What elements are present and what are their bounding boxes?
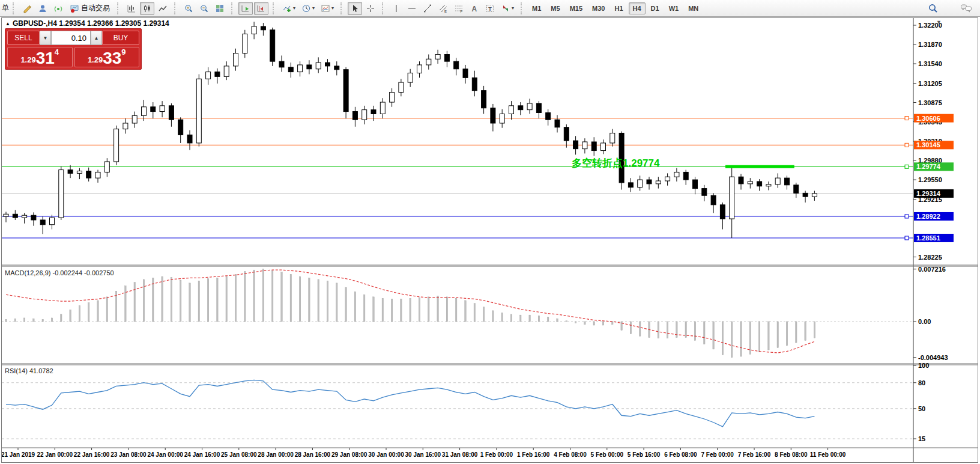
chart-annotation-text: 多空转折点1.29774 xyxy=(572,156,659,170)
period-H1[interactable]: H1 xyxy=(610,2,627,14)
indicators-icon xyxy=(282,4,292,13)
axes[interactable] xyxy=(2,18,978,462)
volume-down-button[interactable]: ▼ xyxy=(40,31,51,45)
equidistant-channel-icon[interactable]: E xyxy=(436,2,450,15)
toolbar-separator xyxy=(340,2,344,14)
svg-text:23 Jan 08:00: 23 Jan 08:00 xyxy=(110,451,147,458)
sell-price[interactable]: 1.29314 xyxy=(7,47,73,67)
sell-price-big: 31 xyxy=(36,50,55,66)
svg-text:1.28922: 1.28922 xyxy=(916,213,940,220)
period-M1[interactable]: M1 xyxy=(528,2,545,14)
svg-text:F: F xyxy=(461,10,463,13)
svg-text:1.31205: 1.31205 xyxy=(918,80,942,87)
period-M30[interactable]: M30 xyxy=(588,2,609,14)
svg-text:A: A xyxy=(472,4,477,13)
autotrading-label: 自动交易 xyxy=(81,3,110,13)
svg-text:E: E xyxy=(444,10,447,13)
auto-scroll-icon[interactable] xyxy=(238,2,253,15)
period-M15[interactable]: M15 xyxy=(566,2,587,14)
horizontal-line-icon[interactable] xyxy=(405,2,419,15)
volume-input[interactable]: 0.10 xyxy=(51,31,91,45)
arrows-icon xyxy=(501,4,510,13)
sell-button[interactable]: SELL xyxy=(7,31,40,45)
buy-price[interactable]: 1.29339 xyxy=(74,47,140,67)
chart-canvas[interactable]: 1.322001.318701.315401.312051.308751.305… xyxy=(2,18,978,462)
chevron-down-icon: ▾ xyxy=(512,5,514,11)
search-icon[interactable] xyxy=(926,2,940,15)
period-H4[interactable]: H4 xyxy=(629,2,646,14)
tile-windows-icon[interactable] xyxy=(213,2,227,15)
templates-button[interactable]: ▾ xyxy=(318,2,336,15)
new-order-button[interactable]: 单 xyxy=(2,3,9,13)
period-D1[interactable]: D1 xyxy=(647,2,664,14)
time-axis-labels[interactable]: 21 Jan 201922 Jan 00:0022 Jan 16:0023 Ja… xyxy=(2,448,846,458)
zoom-out-icon[interactable] xyxy=(197,2,211,15)
chart-shift-icon[interactable] xyxy=(254,2,268,15)
symbol-ohlc-line: ▲GBPUSD-,H4 1.29354 1.29366 1.29305 1.29… xyxy=(5,19,169,28)
text-label-icon[interactable]: T xyxy=(483,2,497,15)
svg-text:22 Jan 00:00: 22 Jan 00:00 xyxy=(37,451,73,458)
buy-price-big: 33 xyxy=(103,50,121,66)
autotrading-button[interactable]: 自动交易 xyxy=(67,2,113,15)
bar-chart-icon[interactable] xyxy=(124,2,139,15)
autotrading-icon xyxy=(70,4,79,13)
svg-text:24 Jan 16:00: 24 Jan 16:00 xyxy=(184,451,220,458)
chevron-down-icon: ▾ xyxy=(293,5,295,11)
trendline-icon[interactable] xyxy=(420,2,435,15)
macd-pane[interactable] xyxy=(2,269,913,358)
svg-text:1.29550: 1.29550 xyxy=(918,176,942,183)
svg-text:100: 100 xyxy=(918,362,929,369)
period-MN[interactable]: MN xyxy=(684,2,703,14)
svg-text:50: 50 xyxy=(918,405,925,412)
indicators-button[interactable]: ▾ xyxy=(280,2,298,15)
svg-text:1 Feb 16:00: 1 Feb 16:00 xyxy=(517,451,550,458)
signal-icon[interactable] xyxy=(51,2,65,15)
svg-text:15: 15 xyxy=(918,435,925,442)
crosshair-icon[interactable] xyxy=(363,2,378,15)
chart-window[interactable]: 1.322001.318701.315401.312051.308751.305… xyxy=(1,17,978,463)
svg-text:30 Jan 16:00: 30 Jan 16:00 xyxy=(405,451,441,458)
rsi-pane[interactable] xyxy=(2,380,913,439)
one-click-trading-panel: SELL ▼ 0.10 ▲ BUY 1.29314 1.29339 xyxy=(5,28,142,70)
svg-text:1.31540: 1.31540 xyxy=(918,60,942,67)
sell-price-small: 1.29 xyxy=(20,55,35,64)
text-icon[interactable]: A xyxy=(467,2,482,15)
symbol-ohlc-text: GBPUSD-,H4 1.29354 1.29366 1.29305 1.293… xyxy=(13,19,169,28)
fibonacci-icon[interactable]: F xyxy=(452,2,466,15)
cursor-icon[interactable] xyxy=(348,2,362,15)
zoom-in-icon[interactable] xyxy=(181,2,196,15)
vertical-line-icon[interactable] xyxy=(389,2,404,15)
arrows-button[interactable]: ▾ xyxy=(498,2,516,15)
period-W1[interactable]: W1 xyxy=(665,2,683,14)
svg-text:1.30875: 1.30875 xyxy=(918,99,942,106)
candlestick-chart-icon[interactable] xyxy=(140,2,154,15)
toolbar-separator xyxy=(382,2,386,14)
svg-text:7 Feb 00:00: 7 Feb 00:00 xyxy=(701,451,734,458)
svg-text:24 Jan 00:00: 24 Jan 00:00 xyxy=(147,451,183,458)
panel-collapse-icon[interactable]: ▲ xyxy=(5,21,10,26)
buy-price-pip: 9 xyxy=(121,47,126,56)
svg-text:22 Jan 16:00: 22 Jan 16:00 xyxy=(74,451,110,458)
svg-text:21 Jan 2019: 21 Jan 2019 xyxy=(2,451,35,458)
periods-button[interactable]: ▾ xyxy=(299,2,317,15)
user-icon[interactable] xyxy=(35,2,50,15)
price-axis-labels[interactable]: 1.322001.318701.315401.312051.308751.305… xyxy=(913,22,954,442)
svg-text:30 Jan 00:00: 30 Jan 00:00 xyxy=(368,451,404,458)
svg-text:1.28551: 1.28551 xyxy=(916,234,940,242)
svg-text:1 Feb 00:00: 1 Feb 00:00 xyxy=(480,451,513,458)
svg-text:5 Feb 16:00: 5 Feb 16:00 xyxy=(628,451,661,458)
chat-icon[interactable] xyxy=(960,2,974,15)
svg-text:T: T xyxy=(488,5,492,11)
macd-indicator-label: MACD(12,26,9) -0.002244 -0.002750 xyxy=(5,269,114,276)
line-chart-icon[interactable] xyxy=(156,2,170,15)
pencil-icon[interactable] xyxy=(20,2,34,15)
volume-up-button[interactable]: ▲ xyxy=(91,31,102,45)
templates-icon xyxy=(321,4,330,13)
toolbar-separator xyxy=(117,2,121,14)
svg-text:1.30145: 1.30145 xyxy=(916,141,940,148)
period-M5[interactable]: M5 xyxy=(546,2,564,14)
chart-shift-marker-icon[interactable]: ▼ xyxy=(936,19,942,25)
svg-text:1.29774: 1.29774 xyxy=(916,163,941,170)
buy-button[interactable]: BUY xyxy=(102,31,139,45)
svg-text:1.28225: 1.28225 xyxy=(918,254,942,261)
